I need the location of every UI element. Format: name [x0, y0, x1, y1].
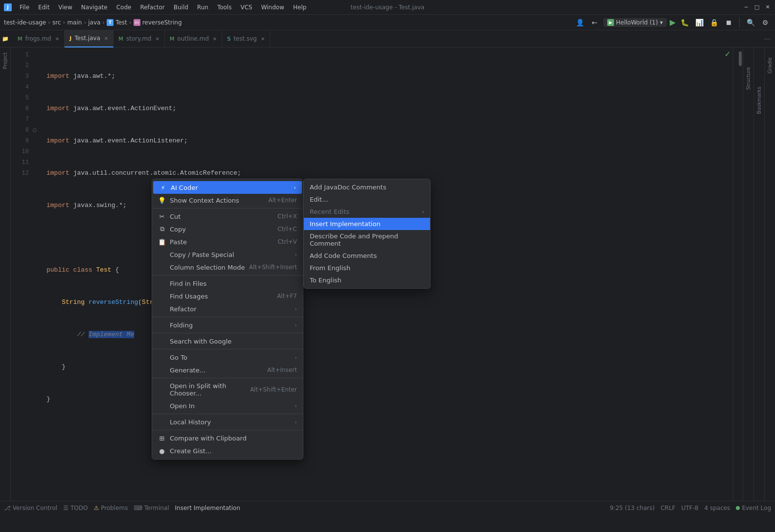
project-panel-button[interactable]: Project	[2, 49, 8, 72]
menu-copy[interactable]: ⧉ Copy Ctrl+C	[152, 223, 303, 235]
tab-outline-close[interactable]: ✕	[213, 36, 217, 42]
status-charset[interactable]: UTF-8	[681, 505, 698, 511]
menu-edit[interactable]: Edit	[34, 3, 53, 12]
debug-button[interactable]: 🐛	[679, 17, 690, 28]
tab-test-java[interactable]: J Test.java ✕	[65, 30, 114, 47]
menu-folding[interactable]: Folding ›	[152, 319, 303, 331]
menu-find-files[interactable]: Find in Files	[152, 277, 303, 290]
gradle-label[interactable]: Gradle	[767, 57, 773, 73]
tab-story[interactable]: M story.md ✕	[114, 30, 165, 47]
menu-build[interactable]: Build	[170, 3, 192, 12]
menu-code[interactable]: Code	[113, 3, 136, 12]
submenu-describe-code[interactable]: Describe Code and Prepend Comment	[304, 230, 430, 250]
profile-button[interactable]: 👤	[574, 17, 586, 28]
maximize-button[interactable]: □	[753, 4, 760, 11]
submenu-from-english[interactable]: From English	[304, 262, 430, 274]
tab-svg[interactable]: S test.svg ✕	[222, 30, 270, 47]
copy-paste-icon	[158, 251, 166, 258]
menu-paste[interactable]: 📋 Paste Ctrl+V	[152, 235, 303, 248]
problems-label: Problems	[101, 505, 128, 511]
tab-story-close[interactable]: ✕	[155, 36, 159, 42]
status-version-control[interactable]: ⎇ Version Control	[4, 505, 57, 511]
status-todo[interactable]: ☰ TODO	[63, 505, 88, 511]
status-problems[interactable]: ⚠ Problems	[93, 505, 128, 511]
status-terminal[interactable]: ⌨ Terminal	[134, 505, 169, 511]
compare-icon: ⊞	[158, 434, 166, 442]
tab-svg-close[interactable]: ✕	[261, 36, 265, 42]
minimize-button[interactable]: ─	[743, 4, 750, 11]
menu-navigate[interactable]: Navigate	[77, 3, 112, 12]
breadcrumb-java[interactable]: java	[88, 19, 100, 26]
menu-goto[interactable]: Go To ›	[152, 351, 303, 364]
show-context-shortcut: Alt+Enter	[268, 197, 297, 204]
menu-refactor[interactable]: Refactor ›	[152, 302, 303, 315]
back-button[interactable]: ←	[589, 17, 600, 28]
menu-generate[interactable]: Generate... Alt+Insert	[152, 364, 303, 376]
run-button[interactable]: ▶	[670, 18, 676, 27]
breadcrumb-method[interactable]: reverseString	[142, 19, 182, 26]
menu-tools[interactable]: Tools	[213, 3, 236, 12]
status-position[interactable]: 9:25 (13 chars)	[610, 505, 655, 511]
menu-create-gist[interactable]: ● Create Gist...	[152, 444, 303, 457]
submenu-recent-edits[interactable]: Recent Edits ›	[304, 206, 430, 218]
menu-copy-paste-special[interactable]: Copy / Paste Special ›	[152, 248, 303, 261]
goto-icon	[158, 353, 166, 361]
breadcrumb-src[interactable]: src	[52, 19, 61, 26]
menu-help[interactable]: Help	[289, 3, 310, 12]
settings-button[interactable]: ⚙	[759, 17, 771, 28]
menu-cut[interactable]: ✂ Cut Ctrl+X	[152, 210, 303, 223]
menu-open-in[interactable]: Open In ›	[152, 399, 303, 412]
status-left: ⎇ Version Control ☰ TODO ⚠ Problems ⌨ Te…	[4, 505, 169, 511]
copy-paste-special-label: Copy / Paste Special	[170, 251, 291, 258]
tab-frogs-close[interactable]: ✕	[55, 36, 59, 42]
status-encoding[interactable]: CRLF	[661, 505, 675, 511]
breadcrumb-sep-1: ›	[48, 19, 50, 26]
menu-ai-coder[interactable]: ⚡ AI Coder ›	[153, 181, 302, 194]
menu-vcs[interactable]: VCS	[236, 3, 256, 12]
tab-frogs[interactable]: M frogs.md ✕	[13, 30, 65, 47]
tab-java-close[interactable]: ✕	[104, 36, 108, 41]
gutter-9	[33, 136, 41, 146]
breadcrumb-project[interactable]: test-ide-usage	[4, 19, 46, 26]
project-tab-toggle[interactable]: 📁	[2, 36, 13, 42]
search-everywhere-button[interactable]: 🔍	[745, 17, 756, 28]
coverage-button[interactable]: 🔒	[708, 17, 720, 28]
submenu-add-javadoc[interactable]: Add JavaDoc Comments	[304, 181, 430, 193]
breadcrumb-class[interactable]: Test	[115, 19, 127, 26]
paste-icon: 📋	[158, 238, 166, 246]
tab-outline[interactable]: M outline.md ✕	[165, 30, 222, 47]
submenu-add-code-comments[interactable]: Add Code Comments	[304, 250, 430, 262]
bookmarks-label[interactable]: Bookmarks	[756, 87, 762, 114]
submenu-to-english[interactable]: To English	[304, 274, 430, 286]
stop-button[interactable]: ⏹	[723, 17, 734, 28]
status-indent[interactable]: 4 spaces	[704, 505, 730, 511]
menu-view[interactable]: View	[54, 3, 76, 12]
menu-compare-clipboard[interactable]: ⊞ Compare with Clipboard	[152, 432, 303, 444]
menu-column-selection[interactable]: Column Selection Mode Alt+Shift+Insert	[152, 261, 303, 274]
submenu-edit[interactable]: Edit...	[304, 193, 430, 206]
terminal-label: Terminal	[144, 505, 169, 511]
menu-search-google[interactable]: Search with Google	[152, 335, 303, 347]
menu-find-usages[interactable]: Find Usages Alt+F7	[152, 290, 303, 302]
menu-run[interactable]: Run	[193, 3, 212, 12]
find-files-label: Find in Files	[170, 280, 297, 287]
menu-refactor[interactable]: Refactor	[136, 3, 168, 12]
close-button[interactable]: ✕	[764, 4, 771, 11]
right-scrollbar[interactable]	[733, 47, 743, 501]
tabs-more-icon[interactable]: ⋯	[761, 35, 773, 43]
folding-arrow-icon: ›	[295, 322, 297, 328]
menu-local-history[interactable]: Local History ›	[152, 416, 303, 428]
menu-open-split[interactable]: Open in Split with Chooser... Alt+Shift+…	[152, 380, 303, 399]
menu-file[interactable]: File	[16, 3, 33, 12]
submenu-insert-implementation[interactable]: Insert Implementation	[304, 218, 430, 230]
search-google-label: Search with Google	[170, 338, 297, 345]
menu-show-context[interactable]: 💡 Show Context Actions Alt+Enter	[152, 194, 303, 207]
tabs-overflow[interactable]: ⋯	[761, 35, 773, 43]
line-numbers: 1 2 3 4 5 6 7 8 9 10 11 12	[11, 47, 33, 501]
status-event-log[interactable]: Event Log	[736, 505, 771, 511]
profile-run-button[interactable]: 📊	[693, 17, 705, 28]
structure-label[interactable]: Structure	[746, 67, 751, 90]
menu-window[interactable]: Window	[257, 3, 288, 12]
run-config[interactable]: ▶ HelloWorld (1) ▾	[603, 18, 667, 27]
breadcrumb-main[interactable]: main	[67, 19, 82, 26]
